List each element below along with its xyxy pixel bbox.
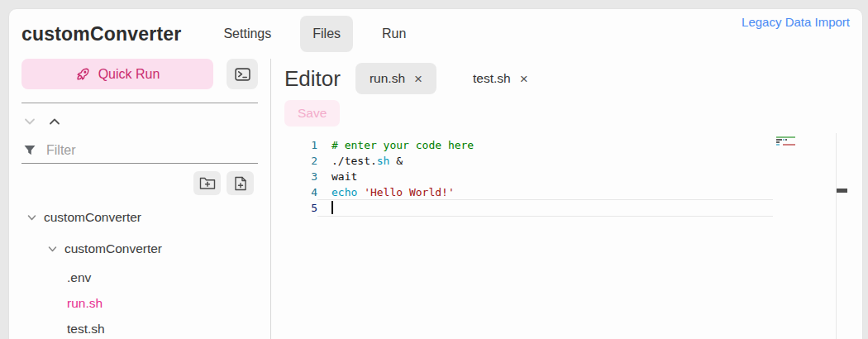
line-number[interactable]: 2: [284, 153, 317, 169]
code-line[interactable]: 1# enter your code here: [284, 137, 773, 153]
quick-run-label: Quick Run: [98, 67, 160, 82]
minimap-mark: [776, 136, 795, 138]
cursor-position-mark: [837, 189, 847, 193]
minimap[interactable]: [773, 133, 836, 339]
tree-item-customConverter[interactable]: customConverter: [9, 202, 270, 233]
code-token: # enter your code here: [331, 139, 474, 151]
minimap-mark: [783, 139, 785, 141]
code-line-content[interactable]: ./test.sh &: [317, 153, 773, 169]
body-row: Quick Run: [9, 59, 862, 339]
tab-label: test.sh: [473, 71, 511, 86]
code-token: sh: [377, 155, 390, 167]
new-file-icon: [234, 176, 247, 191]
code-line-content[interactable]: [317, 200, 773, 216]
file-actions: [9, 164, 270, 195]
minimap-line: [776, 141, 836, 143]
folder-chevron-icon[interactable]: [46, 243, 59, 255]
tab-label: run.sh: [370, 71, 405, 86]
new-file-button[interactable]: [227, 171, 254, 195]
app-card: customConverter SettingsFilesRun Legacy …: [8, 8, 863, 339]
tree-item-test.sh[interactable]: test.sh: [9, 316, 270, 339]
quick-run-button[interactable]: Quick Run: [21, 59, 213, 89]
minimap-mark: [776, 144, 780, 146]
collapse-all-button[interactable]: [47, 115, 62, 128]
code-line-content[interactable]: wait: [317, 169, 773, 184]
code-line-content[interactable]: # enter your code here: [317, 137, 773, 153]
save-button[interactable]: Save: [284, 100, 340, 127]
code-line[interactable]: 2./test.sh &: [284, 153, 773, 169]
editor-title: Editor: [284, 66, 341, 92]
close-tab-icon[interactable]: ×: [520, 72, 528, 86]
code-token: echo: [331, 186, 357, 198]
code-line[interactable]: 3wait: [284, 169, 773, 184]
line-number[interactable]: 4: [284, 184, 317, 200]
minimap-line: [776, 146, 836, 148]
main-nav: SettingsFilesRun: [211, 16, 418, 52]
editor-tab-run.sh[interactable]: run.sh×: [355, 63, 436, 94]
minimap-mark: [776, 141, 780, 143]
code-line[interactable]: 4echo 'Hello World!': [284, 184, 773, 200]
minimap-line: [776, 144, 836, 146]
tree-expand-controls: [9, 103, 270, 128]
close-tab-icon[interactable]: ×: [414, 72, 422, 86]
filter-field[interactable]: [21, 136, 258, 164]
code-editor[interactable]: 1# enter your code here2./test.sh &3wait…: [284, 133, 847, 339]
new-folder-icon: [199, 176, 216, 190]
editor-tabs: run.sh×test.sh×: [355, 63, 542, 94]
folder-chevron-icon[interactable]: [26, 212, 38, 223]
tree-item-run.sh[interactable]: run.sh: [9, 290, 270, 316]
sidebar: Quick Run: [9, 59, 271, 339]
filter-input[interactable]: [45, 142, 256, 159]
filter-icon: [23, 144, 36, 158]
minimap-line: [776, 139, 836, 141]
tree-item-.env[interactable]: .env: [9, 265, 270, 290]
tree-item-label: customConverter: [44, 210, 141, 225]
text-cursor: [331, 201, 333, 214]
nav-tab-files[interactable]: Files: [300, 16, 353, 52]
tree-item-label: run.sh: [67, 296, 103, 311]
minimap-mark: [783, 144, 795, 146]
line-number[interactable]: 5: [284, 200, 317, 216]
quick-run-row: Quick Run: [9, 59, 270, 89]
terminal-icon: [235, 68, 250, 81]
minimap-line: [776, 136, 836, 138]
nav-tab-run[interactable]: Run: [370, 16, 418, 52]
nav-tab-settings[interactable]: Settings: [211, 16, 284, 52]
tree-item-label: test.sh: [67, 322, 105, 337]
file-tree: customConvertercustomConverter.envrun.sh…: [9, 202, 270, 339]
code-token: 'Hello World!': [364, 186, 455, 198]
tree-item-label: .env: [67, 270, 91, 285]
editor-tab-test.sh[interactable]: test.sh×: [459, 63, 542, 94]
code-token: &: [389, 155, 403, 167]
app-title: customConverter: [21, 23, 181, 45]
terminal-button[interactable]: [227, 59, 258, 89]
line-number[interactable]: 1: [284, 137, 317, 153]
chevron-up-icon: [47, 115, 62, 128]
line-number[interactable]: 3: [284, 169, 317, 184]
code-token: [357, 186, 364, 198]
expand-all-button[interactable]: [22, 115, 37, 128]
rocket-icon: [75, 66, 91, 82]
code-token: ./test.: [331, 155, 377, 167]
code-line[interactable]: 5: [284, 200, 773, 216]
chevron-down-icon: [22, 115, 37, 128]
editor-header: Editor run.sh×test.sh×: [284, 63, 847, 94]
tree-item-label: customConverter: [64, 241, 162, 256]
legacy-data-import-link[interactable]: Legacy Data Import: [742, 15, 850, 29]
app-header: customConverter SettingsFilesRun Legacy …: [9, 9, 862, 59]
minimap-mark: [785, 139, 787, 141]
code-token: wait: [331, 170, 357, 183]
scrollbar-overview-ruler[interactable]: [836, 133, 847, 339]
new-folder-button[interactable]: [193, 171, 221, 195]
editor-panel: Editor run.sh×test.sh× Save 1# enter you…: [271, 59, 862, 339]
minimap-mark: [776, 139, 782, 141]
tree-item-customConverter[interactable]: customConverter: [9, 233, 270, 265]
code-line-content[interactable]: echo 'Hello World!': [317, 184, 773, 200]
code-area[interactable]: 1# enter your code here2./test.sh &3wait…: [284, 133, 773, 339]
